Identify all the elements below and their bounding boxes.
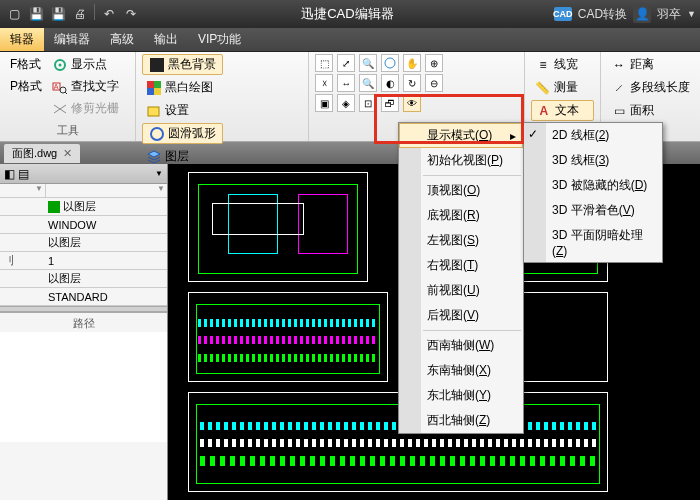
- tab-advanced[interactable]: 高级: [100, 28, 144, 51]
- view-btn[interactable]: 👁: [403, 94, 421, 112]
- prop-row[interactable]: STANDARD: [0, 288, 167, 306]
- text-button[interactable]: A文本: [531, 100, 594, 121]
- menu-item[interactable]: 3D 平滑着色(V): [524, 198, 662, 223]
- new-icon[interactable]: ▢: [4, 4, 24, 24]
- dropdown-icon[interactable]: ▼: [687, 9, 696, 19]
- divider: [94, 4, 95, 20]
- tool-icon[interactable]: ▤: [18, 167, 29, 181]
- view-btn[interactable]: ⊡: [359, 94, 377, 112]
- f-format-button[interactable]: F格式: [6, 54, 46, 75]
- bw-draw-button[interactable]: 黑白绘图: [142, 77, 223, 98]
- menu-item[interactable]: 西南轴侧(W): [399, 333, 523, 358]
- save-icon[interactable]: 💾: [26, 4, 46, 24]
- color-swatch: [48, 201, 60, 213]
- menu-item[interactable]: 3D 线框(3): [524, 148, 662, 173]
- username: 羽卒: [657, 6, 681, 23]
- polyline-length-button[interactable]: ⟋多段线长度: [607, 77, 694, 98]
- view-btn[interactable]: ↻: [403, 74, 421, 92]
- lineweight-icon: ≡: [535, 57, 551, 73]
- menu-item[interactable]: 3D 平面阴暗处理(Z): [524, 223, 662, 262]
- view-btn[interactable]: ⊖: [425, 74, 443, 92]
- view-btn[interactable]: ◐: [381, 74, 399, 92]
- menu-item[interactable]: 前视图(U): [399, 278, 523, 303]
- view-btn[interactable]: ☓: [315, 74, 333, 92]
- show-point-button[interactable]: 显示点: [48, 54, 123, 75]
- menu-item[interactable]: 初始化视图(P): [399, 148, 523, 173]
- menu-item[interactable]: 左视图(S): [399, 228, 523, 253]
- view-btn[interactable]: ⬚: [315, 54, 333, 72]
- prop-row[interactable]: 以图层: [0, 198, 167, 216]
- titlebar-right: CAD CAD转换 👤 羽卒 ▼: [554, 5, 696, 23]
- menu-item[interactable]: 东南轴侧(X): [399, 358, 523, 383]
- menu-item[interactable]: 3D 被隐藏的线(D): [524, 173, 662, 198]
- settings-button[interactable]: 设置: [142, 100, 223, 121]
- document-tab[interactable]: 面图.dwg ✕: [4, 144, 80, 163]
- submenu-display-mode: ✓2D 线框(2)3D 线框(3)3D 被隐藏的线(D)3D 平滑着色(V)3D…: [523, 122, 663, 263]
- area-button[interactable]: ▭面积: [607, 100, 694, 121]
- ribbon-tabs: 辑器 编辑器 高级 输出 VIP功能: [0, 28, 700, 52]
- menu-item[interactable]: ✓2D 线框(2): [524, 123, 662, 148]
- view-btn[interactable]: ⤢: [337, 54, 355, 72]
- redo-icon[interactable]: ↷: [121, 4, 141, 24]
- cad-convert-link[interactable]: CAD转换: [578, 6, 627, 23]
- ruler-icon: 📏: [535, 80, 551, 96]
- measure-button[interactable]: 📏测量: [531, 77, 594, 98]
- saveas-icon[interactable]: 💾: [48, 4, 68, 24]
- distance-icon: ↔: [611, 57, 627, 73]
- black-bg-icon: [149, 57, 165, 73]
- view-btn[interactable]: 🔍: [359, 54, 377, 72]
- tab-output[interactable]: 输出: [144, 28, 188, 51]
- quick-access-toolbar: ▢ 💾 💾 🖨 ↶ ↷: [4, 4, 141, 24]
- panel-toolbar: ◧ ▤ ▼: [0, 164, 167, 184]
- find-icon: A: [52, 79, 68, 95]
- ribbon-group-tools: F格式 P格式 显示点 A查找文字 修剪光栅 工具: [0, 52, 136, 141]
- menu-item[interactable]: 后视图(V): [399, 303, 523, 328]
- view-btn[interactable]: ▣: [315, 94, 333, 112]
- prop-row[interactable]: 以图层: [0, 270, 167, 288]
- prop-row[interactable]: 以图层: [0, 234, 167, 252]
- p-format-button[interactable]: P格式: [6, 76, 46, 97]
- trim-raster-button[interactable]: 修剪光栅: [48, 98, 123, 119]
- user-icon[interactable]: 👤: [633, 5, 651, 23]
- cad-logo-icon: CAD: [554, 7, 572, 21]
- svg-point-12: [151, 128, 163, 140]
- app-title: 迅捷CAD编辑器: [141, 5, 554, 23]
- tab-vip[interactable]: VIP功能: [188, 28, 251, 51]
- view-btn[interactable]: [381, 54, 399, 72]
- properties-grid: ▼▼ 以图层 WINDOW 以图层 刂1 以图层 STANDARD 路径: [0, 184, 167, 500]
- context-menu-view: 显示模式(O)▸初始化视图(P)顶视图(O)底视图(R)左视图(S)右视图(T)…: [398, 122, 524, 434]
- svg-rect-10: [154, 88, 161, 95]
- menu-item[interactable]: 底视图(R): [399, 203, 523, 228]
- svg-rect-6: [150, 58, 164, 72]
- chevron-down-icon[interactable]: ▼: [155, 169, 163, 178]
- menu-item[interactable]: 显示模式(O)▸: [399, 123, 523, 148]
- view-btn[interactable]: ⊕: [425, 54, 443, 72]
- smooth-arc-button[interactable]: 圆滑弧形: [142, 123, 223, 144]
- view-btn[interactable]: ✋: [403, 54, 421, 72]
- tool-icon[interactable]: ◧: [4, 167, 15, 181]
- menu-item[interactable]: 右视图(T): [399, 253, 523, 278]
- menu-item[interactable]: 东北轴侧(Y): [399, 383, 523, 408]
- view-btn[interactable]: 🗗: [381, 94, 399, 112]
- view-btn[interactable]: 🔍: [359, 74, 377, 92]
- print-icon[interactable]: 🖨: [70, 4, 90, 24]
- view-btn[interactable]: ◈: [337, 94, 355, 112]
- undo-icon[interactable]: ↶: [99, 4, 119, 24]
- menu-separator: [423, 330, 521, 331]
- view-btn[interactable]: ↔: [337, 74, 355, 92]
- close-tab-icon[interactable]: ✕: [63, 147, 72, 160]
- menu-item[interactable]: 顶视图(O): [399, 178, 523, 203]
- tab-editor-partial[interactable]: 辑器: [0, 28, 44, 51]
- find-text-button[interactable]: A查找文字: [48, 76, 123, 97]
- prop-row[interactable]: 刂1: [0, 252, 167, 270]
- svg-rect-8: [154, 81, 161, 88]
- black-bg-button[interactable]: 黑色背景: [142, 54, 223, 75]
- tab-editor[interactable]: 编辑器: [44, 28, 100, 51]
- svg-point-16: [385, 58, 395, 68]
- menu-item[interactable]: 西北轴侧(Z): [399, 408, 523, 433]
- settings-icon: [146, 103, 162, 119]
- lineweight-button[interactable]: ≡线宽: [531, 54, 594, 75]
- distance-button[interactable]: ↔距离: [607, 54, 694, 75]
- text-icon: A: [536, 103, 552, 119]
- prop-row[interactable]: WINDOW: [0, 216, 167, 234]
